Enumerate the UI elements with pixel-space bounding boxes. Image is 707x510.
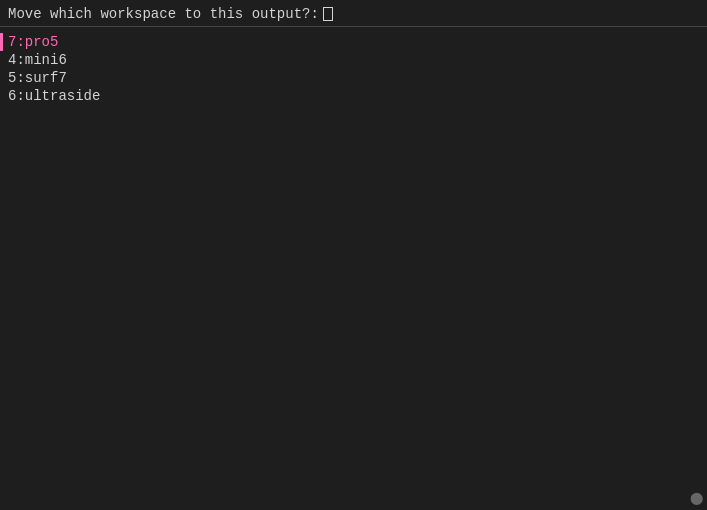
prompt-line: Move which workspace to this output?: bbox=[0, 4, 707, 24]
workspace-item[interactable]: 6:ultraside bbox=[0, 87, 707, 105]
workspace-item[interactable]: 4:mini6 bbox=[0, 51, 707, 69]
prompt-text: Move which workspace to this output?: bbox=[8, 6, 319, 22]
workspace-label: 6:ultraside bbox=[8, 88, 100, 104]
terminal-window: Move which workspace to this output?: 7:… bbox=[0, 0, 707, 510]
workspace-label: 5:surf7 bbox=[8, 70, 67, 86]
workspace-item[interactable]: 5:surf7 bbox=[0, 69, 707, 87]
workspace-list: 7:pro54:mini65:surf76:ultraside bbox=[0, 29, 707, 109]
workspace-item[interactable]: 7:pro5 bbox=[0, 33, 707, 51]
prompt-cursor bbox=[323, 7, 333, 21]
workspace-label: 4:mini6 bbox=[8, 52, 67, 68]
bottom-indicator: ⬤ bbox=[690, 491, 703, 506]
divider bbox=[0, 26, 707, 27]
workspace-label: 7:pro5 bbox=[8, 34, 58, 50]
